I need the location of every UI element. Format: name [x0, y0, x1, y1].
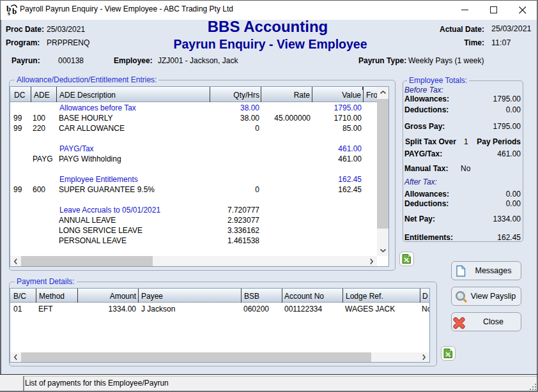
- svg-text:s: s: [8, 10, 10, 16]
- svg-text:b: b: [12, 6, 17, 16]
